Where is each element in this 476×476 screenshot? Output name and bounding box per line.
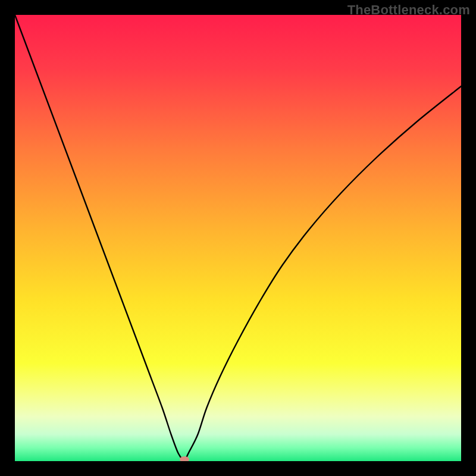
chart-frame: [15, 15, 461, 461]
gradient-background: [15, 15, 461, 461]
watermark-text: TheBottleneck.com: [347, 2, 470, 18]
bottleneck-chart: [15, 15, 461, 461]
